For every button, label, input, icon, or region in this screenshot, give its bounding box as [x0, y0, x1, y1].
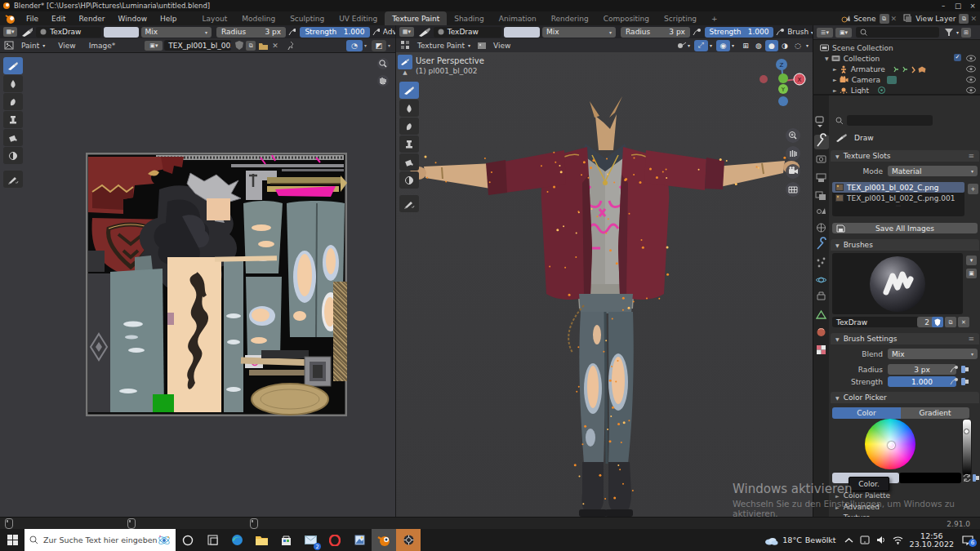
- mail-icon[interactable]: 2: [298, 529, 323, 551]
- workspace-tab-scripting[interactable]: Scripting: [657, 11, 704, 25]
- brush-datablock[interactable]: TexDraw: [36, 27, 101, 38]
- radius-pressure-icon[interactable]: [287, 27, 296, 37]
- viewport-strength-slider[interactable]: Strength1.000: [705, 27, 774, 38]
- vp-tool-soften[interactable]: [399, 100, 419, 117]
- viewport-tool-icon[interactable]: ▦▾: [399, 27, 414, 37]
- scene-selector[interactable]: Scene: [850, 15, 879, 23]
- pan-hand-icon[interactable]: [376, 73, 390, 88]
- paint-mask-icon[interactable]: [477, 41, 487, 51]
- duplicate-brush-button[interactable]: ⧉: [945, 317, 956, 327]
- image-canvas[interactable]: [0, 52, 395, 517]
- radius-slider[interactable]: Radius3 px: [216, 27, 286, 38]
- brush-preview[interactable]: [832, 253, 963, 314]
- pin-icon[interactable]: [287, 41, 296, 51]
- tool-draw[interactable]: [3, 57, 23, 74]
- add-workspace-button[interactable]: +: [704, 11, 725, 25]
- remove-view-layer-button[interactable]: ✕: [970, 15, 977, 23]
- search-highlight-atom-icon[interactable]: [158, 534, 171, 547]
- strength-pressure-icon[interactable]: [372, 27, 380, 37]
- workspace-tab-texture-paint[interactable]: Texture Paint: [385, 11, 447, 25]
- strength-pressure-toggle[interactable]: [950, 377, 959, 386]
- workspace-tab-modeling[interactable]: Modeling: [234, 11, 283, 25]
- strength-slider[interactable]: Strength1.000: [300, 27, 369, 38]
- vp-tool-fill[interactable]: [399, 153, 419, 171]
- properties-tab-icons[interactable]: [813, 96, 829, 455]
- workspace-tab-animation[interactable]: Animation: [492, 11, 544, 25]
- value-slider[interactable]: [962, 419, 972, 476]
- viewport-radius-pressure-icon[interactable]: [692, 27, 701, 37]
- interaction-mode-dropdown[interactable]: Texture Paint▾: [411, 38, 477, 52]
- color-picker-panel-header[interactable]: ▼Color Picker: [831, 392, 979, 403]
- vp-tool-smear[interactable]: [399, 118, 419, 135]
- vp-tool-clone[interactable]: [399, 136, 419, 153]
- shading-rendered-icon[interactable]: ◌: [791, 40, 804, 51]
- outliner-armature[interactable]: ► Armature: [813, 64, 980, 74]
- menu-edit[interactable]: Edit: [45, 11, 72, 25]
- outliner-new-collection-icon[interactable]: ⊞: [961, 28, 971, 38]
- blender-menu-icon[interactable]: [5, 13, 16, 24]
- strength-unit-toggle[interactable]: [960, 377, 969, 386]
- viewport-view-menu[interactable]: View: [487, 38, 517, 52]
- color-wheel-cursor[interactable]: [888, 442, 895, 449]
- axis-gizmo[interactable]: Z Y X: [755, 54, 813, 209]
- radius-pressure-toggle[interactable]: [950, 365, 959, 374]
- blend-dropdown[interactable]: Mix▾: [888, 349, 978, 359]
- brush-fake-user-shield-icon[interactable]: [932, 317, 943, 327]
- viewport-radius-slider[interactable]: Radius3 px: [621, 27, 690, 38]
- strength-prop-slider[interactable]: 1.000: [888, 376, 956, 387]
- viewport-color-swatch[interactable]: [504, 27, 540, 38]
- menu-render[interactable]: Render: [73, 11, 112, 25]
- tool-soften[interactable]: [3, 75, 23, 92]
- tool-icon[interactable]: ▦▾: [3, 27, 17, 37]
- shading-material-icon[interactable]: ●: [765, 40, 778, 51]
- ms-store-icon[interactable]: [274, 529, 298, 551]
- texture-slot-1[interactable]: TEX_pl001_bl_002_C.png: [832, 182, 964, 193]
- radius-unit-toggle[interactable]: [960, 365, 969, 374]
- gizmos-toggle-icon[interactable]: ⤢: [694, 40, 708, 51]
- taskbar-search[interactable]: Zur Suche Text hier eingeben: [24, 529, 176, 551]
- viewport-brush-datablock[interactable]: TexDraw: [434, 27, 501, 38]
- workspace-tab-uv-editing[interactable]: UV Editing: [332, 11, 385, 25]
- vp-tool-annotate[interactable]: [399, 195, 419, 212]
- outliner-filter-icon[interactable]: ▣▾: [835, 28, 852, 38]
- vp-tool-draw[interactable]: [399, 82, 419, 99]
- new-view-layer-button[interactable]: ⧉: [959, 14, 969, 24]
- sample-color-icon[interactable]: [972, 473, 980, 482]
- clock[interactable]: 12:56 23.10.2022: [910, 532, 954, 549]
- tablet-mode-icon[interactable]: [860, 535, 870, 544]
- properties-search[interactable]: [835, 115, 933, 126]
- active-app-icon[interactable]: [396, 529, 421, 551]
- light-hide-icon[interactable]: [966, 87, 976, 94]
- weather-cloud-icon[interactable]: [764, 535, 778, 545]
- brushes-panel-header[interactable]: ▼Brushes: [831, 239, 979, 251]
- color-palette-section[interactable]: ►Color Palette: [831, 491, 979, 500]
- weather-temp[interactable]: 18°C: [782, 535, 801, 544]
- save-all-images-button[interactable]: Save All Images: [832, 223, 978, 233]
- secondary-color-swatch[interactable]: [899, 473, 961, 483]
- overlays-toggle-icon[interactable]: ◉: [716, 40, 730, 51]
- blend-mode-dropdown[interactable]: Mix▾: [141, 27, 212, 38]
- viewport-canvas[interactable]: User Perspective (1) pl001_bl_002 ▲: [396, 52, 813, 517]
- properties-search-input[interactable]: [847, 115, 933, 126]
- brush-preview-image-icon[interactable]: ▣: [966, 269, 977, 278]
- viewport-strength-pressure-icon[interactable]: [775, 27, 784, 37]
- collection-hide-icon[interactable]: [966, 55, 976, 62]
- show-gizmo-icon[interactable]: [676, 41, 687, 50]
- camera-hide-icon[interactable]: [966, 76, 976, 83]
- opera-icon[interactable]: [323, 529, 347, 551]
- outliner-camera[interactable]: ► Camera: [813, 74, 980, 85]
- brush-name-field[interactable]: TexDraw: [832, 317, 922, 327]
- new-scene-button[interactable]: ⧉: [880, 14, 889, 24]
- unlink-scene-button[interactable]: ✕: [891, 15, 898, 23]
- shading-lookdev-icon[interactable]: ◑: [778, 40, 791, 51]
- minimize-button[interactable]: –: [936, 2, 951, 10]
- collection-checkbox[interactable]: ✓: [954, 54, 961, 61]
- editor-type-icon[interactable]: [4, 40, 15, 51]
- mask-display-toggle[interactable]: ◔: [346, 40, 363, 51]
- unlink-image-button[interactable]: ✕: [272, 42, 278, 50]
- browse-image-icon[interactable]: ▣▾: [145, 41, 163, 51]
- brush-preview-expand[interactable]: ▾: [966, 256, 977, 265]
- image-image-menu[interactable]: Image*: [82, 38, 122, 52]
- workspace-tab-sculpting[interactable]: Sculpting: [283, 11, 332, 25]
- gradient-tab[interactable]: Gradient: [901, 407, 969, 419]
